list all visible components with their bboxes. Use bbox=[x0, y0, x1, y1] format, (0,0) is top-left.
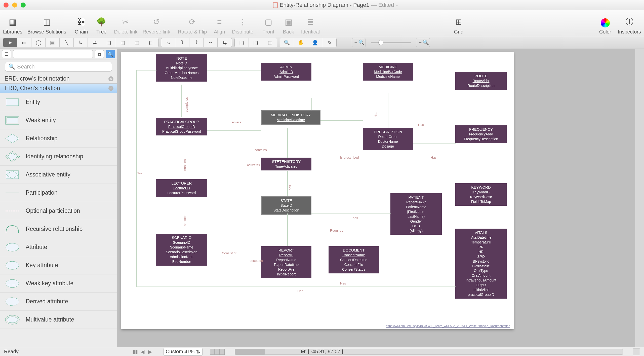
arrow-2[interactable]: ⤵ bbox=[175, 38, 189, 47]
toolbar-libraries-button[interactable]: ▦Libraries bbox=[3, 12, 22, 35]
sidebar-toggle-button[interactable]: ☰ bbox=[2, 50, 11, 58]
view-tab-2[interactable] bbox=[215, 349, 220, 355]
shape-item-key-attribute[interactable]: Key attribute bbox=[0, 256, 117, 274]
toolbar-browse-button[interactable]: ◫Browse Solutions bbox=[27, 12, 66, 35]
shape-item-identifying-relationship[interactable]: Identifying relationship bbox=[0, 148, 117, 166]
entity-patient[interactable]: PATIENTPatientNRICPatientName(FirstName,… bbox=[390, 193, 442, 235]
connector-line[interactable] bbox=[207, 130, 261, 131]
connector-line[interactable] bbox=[311, 213, 391, 214]
zoom-slider[interactable] bbox=[371, 42, 411, 43]
minimize-window-button[interactable] bbox=[12, 3, 17, 8]
connector-tool-3[interactable]: ⬚ bbox=[102, 38, 116, 47]
connector-line[interactable] bbox=[320, 120, 363, 121]
horizontal-scrollbar[interactable] bbox=[235, 349, 623, 355]
connector-line[interactable] bbox=[182, 148, 182, 179]
connector-line[interactable] bbox=[287, 171, 288, 196]
connector-tool-4[interactable]: ⬚ bbox=[116, 38, 130, 47]
shape-item-entity[interactable]: Entity bbox=[0, 93, 117, 111]
toolbar-tree-button[interactable]: 🌳Tree bbox=[94, 12, 109, 35]
shape-item-relationship[interactable]: Relationship bbox=[0, 129, 117, 148]
section-close-icon[interactable]: × bbox=[108, 76, 113, 81]
canvas-area[interactable]: https://wiki.smu.edu.sg/is480/IS480_Team… bbox=[117, 49, 644, 347]
entity-document[interactable]: DOCUMENTConsentNameConsentDatetimeConcen… bbox=[329, 246, 379, 273]
connector-line[interactable] bbox=[207, 249, 261, 249]
connector-line[interactable] bbox=[207, 70, 261, 70]
connector-tool-1[interactable]: ↳ bbox=[74, 38, 88, 47]
entity-note[interactable]: NOTENoteIDMultidisciplinaryNoteGropuMemb… bbox=[156, 54, 207, 82]
zoom-out-button[interactable]: －🔍 bbox=[352, 38, 366, 47]
arrow-1[interactable]: ↘ bbox=[161, 38, 175, 47]
search-input[interactable]: 🔍 Search bbox=[5, 62, 112, 72]
pencil-tool[interactable]: ✎ bbox=[322, 38, 336, 47]
group-1[interactable]: ⬚ bbox=[235, 38, 249, 47]
text-tool[interactable]: ▤ bbox=[46, 38, 60, 47]
group-2[interactable]: ⬚ bbox=[249, 38, 263, 47]
close-window-button[interactable] bbox=[4, 3, 9, 8]
shape-item-associative-entity[interactable]: Associative entity bbox=[0, 166, 117, 184]
zoom-in-button[interactable]: ＋🔍 bbox=[416, 38, 430, 47]
view-tab-3[interactable] bbox=[220, 349, 225, 355]
title-chevron-icon[interactable]: ⌵ bbox=[396, 3, 398, 7]
corner-widget[interactable] bbox=[633, 348, 640, 355]
toolbar-info-button[interactable]: ⓘInspectors bbox=[618, 12, 641, 35]
shape-item-derived-attribute[interactable]: Derived attribute bbox=[0, 293, 117, 311]
footer-link[interactable]: https://wiki.smu.edu.sg/is480/IS480_Team… bbox=[386, 324, 510, 328]
entity-medicine[interactable]: MEDICINEMedicineBarCodeMedicineName bbox=[363, 63, 413, 81]
zoom-window-button[interactable] bbox=[21, 3, 26, 8]
entity-medicationhistory[interactable]: MEDICATIONHISTORYMedicineDatetime bbox=[261, 110, 320, 125]
entity-prescription[interactable]: PRESCRIPTIONDoctorOrderDoctorNameDosage bbox=[363, 128, 413, 150]
toolbar-chain-button[interactable]: ⛓Chain bbox=[74, 12, 89, 35]
connector-tool-5[interactable]: ⬚ bbox=[130, 38, 144, 47]
connector-line[interactable] bbox=[413, 93, 456, 93]
line-tool[interactable]: ╲ bbox=[60, 38, 74, 47]
library-section-1[interactable]: ERD, Chen's notation× bbox=[0, 84, 117, 93]
grid-view-button[interactable]: ▦ bbox=[95, 50, 104, 58]
entity-admin[interactable]: ADMINAdminIDAdminPassword bbox=[261, 63, 311, 81]
library-combo[interactable] bbox=[13, 50, 93, 58]
group-3[interactable]: ⬚ bbox=[263, 38, 277, 47]
zoom-tool[interactable]: 🔍 bbox=[280, 38, 294, 47]
entity-report[interactable]: REPORTReportIDReportNameRaportDatetimeRe… bbox=[261, 246, 311, 278]
connector-line[interactable] bbox=[182, 203, 182, 234]
shape-item-participation[interactable]: Participation bbox=[0, 184, 117, 202]
pointer-tool[interactable]: ➤ bbox=[3, 38, 17, 47]
entity-stetehistory[interactable]: STETEHISTORYTimeActivated bbox=[261, 158, 311, 170]
shape-item-attribute[interactable]: Attribute bbox=[0, 238, 117, 256]
shape-item-multivalue-attribute[interactable]: Multivalue attribute bbox=[0, 311, 117, 329]
connector-line[interactable] bbox=[136, 70, 137, 287]
pager-prev[interactable]: ◀ bbox=[139, 348, 146, 355]
connector-line[interactable] bbox=[311, 98, 312, 110]
entity-practicalgroup[interactable]: PRACTICALGROUPPracticalGroupIDPracticalG… bbox=[156, 118, 207, 135]
connector-line[interactable] bbox=[136, 70, 156, 70]
connector-line[interactable] bbox=[287, 213, 288, 246]
shape-item-weak-key-attribute[interactable]: Weak key attribute bbox=[0, 274, 117, 293]
connector-line[interactable] bbox=[207, 100, 207, 118]
entity-vitals[interactable]: VITALSVitalDatetimeTemperatureRRHRSPOBPs… bbox=[455, 229, 507, 299]
connector-tool-2[interactable]: ⇄ bbox=[88, 38, 102, 47]
shape-item-weak-entity[interactable]: Weak entity bbox=[0, 111, 117, 129]
entity-route[interactable]: ROUTERouteAbbrRouteDescription bbox=[455, 72, 507, 90]
connector-line[interactable] bbox=[388, 93, 388, 128]
entity-state[interactable]: STATEStateIDStateDescription bbox=[261, 196, 311, 215]
entity-lecturer[interactable]: LECTURERLecturerIDLecturerPassword bbox=[156, 179, 207, 197]
section-close-icon[interactable]: × bbox=[108, 86, 113, 91]
connector-line[interactable] bbox=[181, 85, 182, 117]
person-tool[interactable]: 👤 bbox=[308, 38, 322, 47]
entity-keyword[interactable]: KEYWORDKeywordIDKeywordDescFieldsToMap bbox=[455, 183, 507, 206]
pager-pause[interactable]: ▮▮ bbox=[132, 348, 138, 355]
entity-scenario[interactable]: SCENARIOScenarioIDScenarioNameScenarioDe… bbox=[156, 234, 207, 266]
connector-line[interactable] bbox=[207, 191, 261, 191]
connector-line[interactable] bbox=[354, 213, 354, 246]
connector-line[interactable] bbox=[287, 128, 288, 158]
entity-frequency[interactable]: FREQUENCYFrequencyAbbrFrequencyDescripti… bbox=[455, 125, 507, 143]
connector-line[interactable] bbox=[413, 143, 456, 144]
search-toggle-button[interactable]: 🔍 bbox=[106, 50, 115, 58]
view-tab-1[interactable] bbox=[210, 349, 215, 355]
connector-tool-6[interactable]: ⬚ bbox=[144, 38, 158, 47]
shape-item-optional-participation[interactable]: Optional participation bbox=[0, 202, 117, 220]
shape-item-recursive-relationship[interactable]: Recursive relationship bbox=[0, 220, 117, 238]
arrow-4[interactable]: ↔ bbox=[204, 38, 218, 47]
library-section-0[interactable]: ERD, crow's foot notation× bbox=[0, 74, 117, 84]
arrow-3[interactable]: ⤴ bbox=[189, 38, 204, 47]
pager-next[interactable]: ▶ bbox=[147, 348, 153, 355]
